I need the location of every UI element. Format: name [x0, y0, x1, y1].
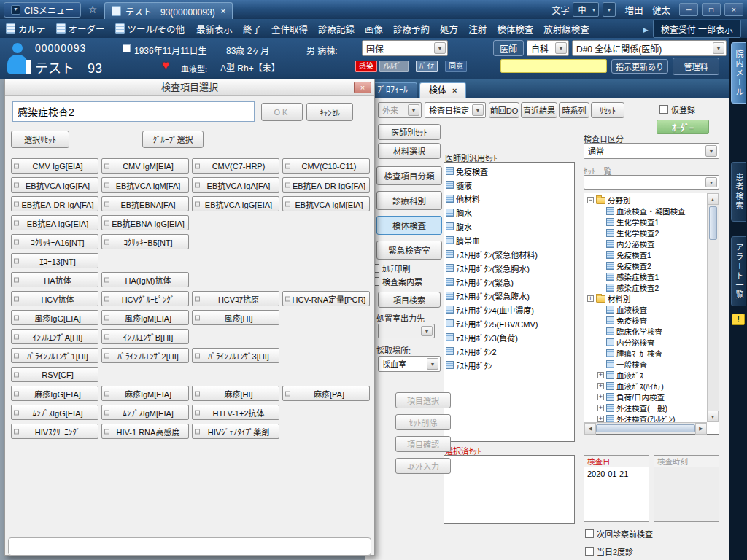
tree-item[interactable]: 内分泌検査 — [586, 238, 707, 249]
category-button-3[interactable]: 緊急検査室 — [376, 241, 442, 260]
exam-item-button[interactable]: EB抗EA-DR IgA[FA] — [11, 196, 98, 211]
department-select[interactable]: 自科 — [527, 40, 569, 56]
tree-item[interactable]: 血液検査・凝固検査 — [586, 206, 707, 217]
management-fee-button[interactable]: 管理料 — [673, 58, 719, 75]
tab-close-icon[interactable]: × — [221, 7, 225, 15]
exam-item-button[interactable]: ｺｸｻｯｷｰA16[NT] — [11, 234, 98, 249]
tree-item[interactable]: +材料別 — [586, 293, 707, 304]
exam-reception-button[interactable]: 検査受付 一部表示 — [653, 20, 741, 38]
group-select-button[interactable]: ｸﾞﾙｰﾌﾟ選択 — [142, 131, 204, 148]
output-destination-select[interactable] — [378, 324, 435, 338]
horizontal-scrollbar[interactable] — [584, 422, 707, 434]
memo-input[interactable] — [500, 59, 607, 73]
exam-item-button[interactable]: EB抗VCA IgM[EIA] — [282, 196, 370, 211]
expand-plus-icon[interactable]: + — [597, 372, 604, 378]
exam-item-button[interactable]: HCV-RNA定量[PCR] — [282, 291, 370, 306]
menu-item-4[interactable]: 画像 — [365, 22, 383, 36]
set-list-item[interactable]: ﾃｽﾄ用ﾎﾞﾀﾝ(緊急腹水) — [446, 289, 573, 303]
exam-item-button[interactable]: ｲﾝﾌﾙｴﾝｻﾞA[HI] — [11, 329, 98, 344]
minimize-button[interactable]: ─ — [679, 3, 698, 16]
tree-item[interactable]: 腫瘍ﾏｰｶｰ検査 — [586, 348, 707, 359]
exam-item-button[interactable]: HTLV-1+2抗体 — [192, 405, 279, 420]
doctor-button[interactable]: 医師 — [493, 40, 524, 56]
expand-plus-icon[interactable]: + — [587, 295, 594, 302]
scroll-right-icon[interactable] — [695, 423, 707, 435]
menu-item-icon-0[interactable]: カルテ — [6, 22, 46, 36]
tab-profile[interactable]: ﾌﾟﾛﾌｨｰﾙ — [368, 82, 417, 98]
tree-item[interactable]: +血液ｶﾞｽ(ﾊｲｶﾃ) — [586, 381, 707, 392]
exam-item-button[interactable]: CMV IgG[EIA] — [11, 158, 98, 174]
action-button-0[interactable]: 項目選択 — [395, 392, 451, 408]
action-button-3[interactable]: ｺﾒﾝﾄ入力 — [395, 458, 451, 474]
exam-item-button[interactable]: EB抗EBNA[FA] — [101, 196, 189, 211]
sidebar-tab-alerts[interactable]: アラート一覧 — [731, 236, 746, 306]
menu-item-5[interactable]: 診療予約 — [393, 22, 430, 36]
exam-date-mode-select[interactable]: 検査日指定 — [425, 102, 486, 118]
menu-item-icon-1[interactable]: オーダー — [56, 22, 105, 36]
item-search-button[interactable]: 項目検索 — [378, 292, 441, 308]
visit-type-select[interactable]: 外来 — [378, 102, 422, 118]
set-list-item[interactable]: 髄液 — [446, 178, 573, 192]
set-list-item[interactable]: ﾃｽﾄ用ﾎﾞﾀﾝ(緊急他材料) — [446, 247, 573, 261]
recent-results-button[interactable]: 直近結果 — [521, 102, 557, 118]
exam-item-button[interactable]: EB抗VCA IgM[FA] — [101, 177, 189, 192]
time-series-button[interactable]: 時系列 — [559, 102, 589, 118]
exam-date-value[interactable]: 2020-01-21 — [584, 467, 649, 481]
cancel-button[interactable]: ｷｬﾝｾﾙ — [306, 103, 353, 121]
menu-item-6[interactable]: 処方 — [440, 22, 458, 36]
exam-item-button[interactable]: EB抗EA-DR IgG[FA] — [282, 177, 370, 192]
maximize-button[interactable]: □ — [702, 3, 721, 16]
favorite-star-icon[interactable] — [85, 2, 100, 17]
tree-item[interactable]: 内分泌検査 — [586, 337, 707, 348]
expand-arrow-icon[interactable] — [643, 22, 649, 35]
scope-select[interactable]: D#0 全体に関係(医師) — [572, 40, 727, 56]
exam-item-button[interactable]: ﾊﾟﾗｲﾝﾌﾙｴﾝｻﾞ3[HI] — [192, 348, 279, 363]
exam-item-button[interactable]: ﾊﾟﾗｲﾝﾌﾙｴﾝｻﾞ2[HI] — [101, 348, 189, 363]
expand-plus-icon[interactable]: + — [597, 394, 604, 400]
exam-item-button[interactable]: HIV-1 RNA高感度 — [101, 424, 189, 439]
dialog-close-button[interactable]: × — [354, 82, 371, 93]
tree-item[interactable]: 生化学検査1 — [586, 217, 707, 228]
exam-item-button[interactable]: HCVｺｱ抗原 — [192, 291, 279, 306]
karte-print-checkbox[interactable]: ｶﾙﾃ印刷 — [371, 262, 411, 274]
insurance-select[interactable]: 国保 — [362, 40, 448, 56]
set-list-item[interactable]: ﾃｽﾄ用ﾎﾞﾀﾝ(緊急胸水) — [446, 261, 573, 275]
exam-item-button[interactable]: EB抗VCA IgG[FA] — [11, 177, 98, 192]
category-button-1[interactable]: 診療科別 — [376, 191, 442, 210]
scroll-left-icon[interactable] — [584, 423, 596, 435]
sidebar-tab-mail[interactable]: 院内メール — [731, 42, 746, 104]
temp-register-checkbox[interactable]: 仮登録 — [659, 104, 695, 115]
set-list-item[interactable]: ﾃｽﾄ用ﾎﾞﾀﾝ — [446, 358, 573, 372]
scrollbar-thumb[interactable] — [596, 424, 695, 432]
expand-plus-icon[interactable]: + — [597, 383, 604, 389]
set-list-item[interactable]: ﾃｽﾄ用ﾎﾞﾀﾝ2 — [446, 344, 573, 358]
exam-item-button[interactable]: 麻疹[HI] — [192, 386, 279, 401]
menu-item-1[interactable]: 終了 — [243, 22, 261, 36]
exam-item-button[interactable]: CMV IgM[EIA] — [101, 158, 189, 174]
expand-plus-icon[interactable]: + — [597, 416, 604, 422]
exam-item-button[interactable]: 風疹[HI] — [192, 310, 279, 325]
set-list-item[interactable]: 胸水 — [446, 206, 573, 219]
set-list-item[interactable]: ﾃｽﾄ用ﾎﾞﾀﾝ3(負荷) — [446, 330, 573, 344]
category-button-0[interactable]: 検査項目分類 — [376, 166, 442, 185]
exam-item-button[interactable]: 麻疹[PA] — [282, 386, 370, 401]
tree-item[interactable]: +外注検査(一般) — [586, 402, 707, 413]
set-list-item[interactable]: 他材料 — [446, 192, 573, 206]
exam-item-button[interactable]: ﾑﾝﾌﾟｽIgM[EIA] — [101, 405, 189, 420]
scroll-down-icon[interactable] — [707, 411, 719, 422]
exam-item-button[interactable]: ｺｸｻｯｷｰB5[NT] — [101, 234, 189, 249]
exam-item-button[interactable]: 麻疹IgG[EIA] — [11, 386, 98, 401]
exam-set-name-input[interactable] — [12, 101, 255, 122]
scroll-up-icon[interactable] — [707, 193, 719, 205]
set-group-select[interactable] — [584, 175, 719, 190]
tree-item[interactable]: 感染症検査1 — [586, 271, 707, 282]
exam-item-button[interactable]: HIVｼﾞｪﾉﾀｲﾌﾟ薬剤 — [192, 424, 279, 439]
same-day-second-checkbox[interactable]: 当日2度診 — [585, 545, 633, 557]
cis-menu-button[interactable]: CISメニュー — [4, 2, 81, 18]
exam-item-button[interactable]: EB抗VCA IgG[EIA] — [192, 196, 279, 211]
tree-item[interactable]: 臨床化学検査 — [586, 326, 707, 337]
next-visit-exam-checkbox[interactable]: 次回診察前検査 — [585, 528, 653, 540]
set-list-item[interactable]: ﾃｽﾄ用ﾎﾞﾀﾝ(緊急) — [446, 275, 573, 289]
category-button-2[interactable]: 検体検査 — [376, 216, 442, 235]
reset-button[interactable]: ﾘｾｯﾄ — [591, 102, 624, 118]
